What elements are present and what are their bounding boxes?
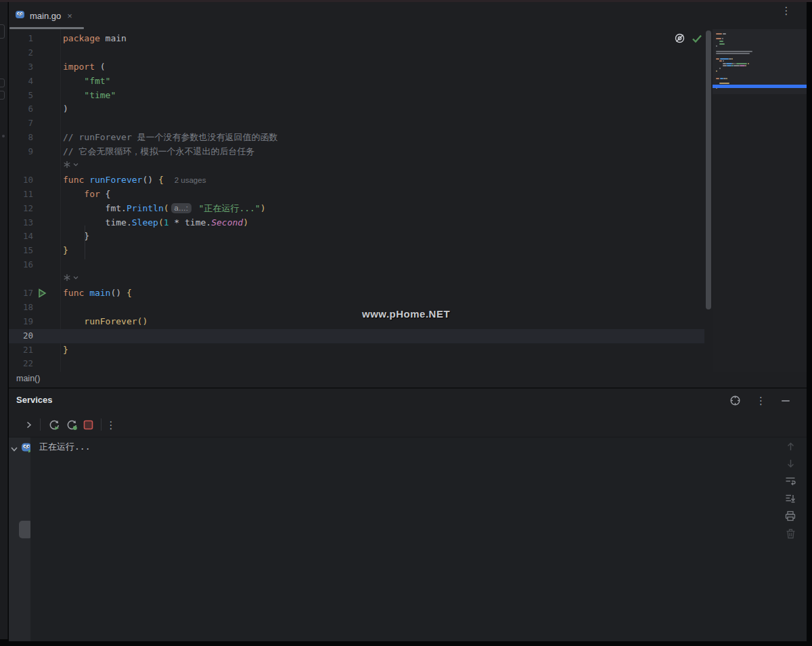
services-header: Services ⋮ — [9, 389, 807, 413]
expand-tree-chevron-icon[interactable] — [22, 418, 35, 431]
code-line[interactable]: 16 — [9, 258, 704, 272]
code-text: ) — [63, 102, 68, 116]
minimap[interactable] — [713, 29, 807, 372]
stripe-dot-icon — [2, 135, 5, 137]
run-tree[interactable] — [9, 437, 30, 641]
tab-options-kebab-icon[interactable]: ⋮ — [781, 8, 792, 13]
code-line[interactable]: 6) — [9, 102, 704, 116]
line-number[interactable]: 2 — [9, 46, 33, 60]
code-line[interactable]: 10func runForever() {2 usages — [9, 173, 704, 188]
view-options-target-icon[interactable] — [729, 395, 741, 406]
run-options-kebab-icon[interactable]: ⋮ — [105, 418, 117, 431]
code-line[interactable]: 2 — [9, 46, 704, 60]
console-output-line: 正在运行... — [39, 441, 90, 453]
code-editor[interactable]: 1package main23import (4 "fmt"5 "time"6)… — [9, 29, 807, 372]
line-number[interactable]: 18 — [9, 301, 33, 315]
stripe-icon-fragment[interactable] — [0, 91, 5, 100]
line-number[interactable]: 12 — [9, 202, 33, 216]
print-icon[interactable] — [785, 511, 796, 521]
line-number[interactable]: 14 — [9, 230, 33, 244]
scrollbar-thumb[interactable] — [706, 30, 711, 309]
prev-occurrence-up-icon[interactable] — [786, 442, 796, 452]
code-line[interactable]: 1package main — [9, 32, 704, 46]
line-number[interactable]: 11 — [9, 188, 33, 202]
code-line[interactable]: 13 time.Sleep(1 * time.Second) — [9, 216, 704, 230]
minimap-caret-line[interactable] — [713, 85, 807, 88]
services-options-kebab-icon[interactable]: ⋮ — [756, 398, 766, 403]
line-number[interactable]: 22 — [9, 357, 33, 371]
code-text: } — [63, 244, 68, 258]
code-line[interactable]: 9// 它会无限循环，模拟一个永不退出的后台任务 — [9, 145, 704, 159]
code-line[interactable]: 18 — [9, 301, 704, 315]
code-line[interactable]: 22 — [9, 357, 704, 371]
hide-panel-icon[interactable] — [781, 396, 790, 406]
hide-highlights-eye-icon[interactable] — [674, 33, 685, 47]
inspection-widget — [674, 33, 702, 47]
inlay-hint-row[interactable] — [9, 159, 704, 173]
code-line[interactable]: 4 "fmt" — [9, 74, 704, 89]
code-line[interactable]: 3import ( — [9, 60, 704, 74]
code-text: for { — [63, 188, 110, 202]
code-line[interactable]: 12 fmt.Println(a…: "正在运行...") — [9, 202, 704, 216]
code-line[interactable]: 5 "time" — [9, 89, 704, 103]
watermark: www.pHome.NET — [362, 308, 450, 320]
run-console[interactable]: 正在运行... — [30, 437, 807, 641]
line-number[interactable]: 15 — [9, 244, 33, 258]
code-line[interactable]: 17func main() { — [9, 286, 704, 301]
line-number[interactable]: 21 — [9, 343, 33, 358]
tab-main-go[interactable]: main.go × — [9, 5, 84, 27]
code-line[interactable]: 15} — [9, 244, 704, 258]
line-number[interactable]: 4 — [9, 74, 33, 89]
services-title: Services — [16, 395, 53, 405]
line-number[interactable]: 20 — [9, 329, 33, 343]
next-occurrence-down-icon[interactable] — [786, 458, 796, 469]
code-line[interactable]: 7 — [9, 116, 704, 131]
clear-all-trash-icon[interactable] — [786, 528, 796, 539]
line-number[interactable]: 3 — [9, 60, 33, 74]
tab-label: main.go — [30, 11, 61, 21]
code-line[interactable]: 19 runForever() — [9, 315, 704, 329]
code-line[interactable]: 8// runForever 是一个没有参数也没有返回值的函数 — [9, 131, 704, 145]
tool-window-stripe[interactable] — [0, 2, 8, 639]
services-toolbar: ⋮ — [9, 413, 807, 437]
line-number[interactable]: 19 — [9, 315, 33, 329]
stop-button[interactable] — [82, 418, 94, 431]
line-number[interactable]: 16 — [9, 258, 33, 272]
line-number[interactable]: 5 — [9, 89, 33, 103]
main-area: main.go × ⋮ 1package main23import (4 "fm… — [9, 2, 807, 639]
rerun-attach-button[interactable] — [66, 418, 78, 431]
line-number[interactable]: 6 — [9, 102, 33, 116]
usages-hint[interactable]: 2 usages — [175, 176, 206, 184]
collapse-node-chevron-icon[interactable] — [10, 444, 18, 456]
stripe-icon-fragment[interactable] — [0, 79, 5, 87]
soft-wrap-icon[interactable] — [785, 475, 796, 486]
stripe-icon-fragment[interactable] — [0, 24, 5, 39]
services-content: 正在运行... — [9, 437, 807, 641]
line-number[interactable]: 1 — [9, 32, 33, 46]
line-number[interactable]: 17 — [9, 286, 33, 301]
inlay-settings-icon — [63, 272, 78, 286]
code-text: runForever() — [63, 315, 148, 329]
line-number[interactable]: 8 — [9, 131, 33, 145]
code-text: } — [63, 343, 68, 358]
line-number[interactable]: 13 — [9, 216, 33, 230]
code-line[interactable]: 11 for { — [9, 188, 704, 202]
code-text: time.Sleep(1 * time.Second) — [63, 216, 248, 230]
rerun-button[interactable] — [48, 418, 60, 431]
tab-close-icon[interactable]: × — [67, 11, 72, 21]
scroll-to-end-icon[interactable] — [785, 493, 796, 504]
code-line[interactable]: 14 } — [9, 230, 704, 244]
editor-scrollbar[interactable] — [704, 29, 713, 372]
code-line[interactable]: 20 — [9, 329, 704, 343]
inlay-hint-row[interactable] — [9, 272, 704, 286]
run-gutter-icon[interactable] — [37, 288, 47, 299]
code-text: } — [63, 230, 89, 244]
no-problems-check-icon[interactable] — [692, 34, 702, 46]
line-number[interactable]: 7 — [9, 116, 33, 131]
code-lines[interactable]: 1package main23import (4 "fmt"5 "time"6)… — [9, 32, 704, 371]
breadcrumb-main[interactable]: main() — [16, 374, 40, 383]
code-text: // 它会无限循环，模拟一个永不退出的后台任务 — [63, 145, 254, 159]
line-number[interactable]: 9 — [9, 145, 33, 159]
line-number[interactable]: 10 — [9, 173, 33, 188]
code-line[interactable]: 21} — [9, 343, 704, 358]
